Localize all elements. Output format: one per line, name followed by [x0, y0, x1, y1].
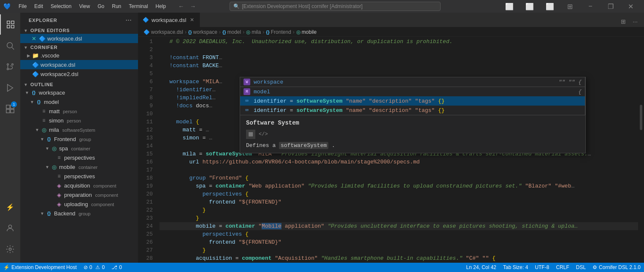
breadcrumb-sep1: › — [185, 29, 187, 35]
menu-help[interactable]: Help — [152, 3, 170, 10]
breadcrumb-model[interactable]: {} model — [222, 29, 241, 35]
autocomplete-popup[interactable]: W workspace "" "" { M model { ⌨ ident — [240, 77, 586, 153]
breadcrumb-mila[interactable]: ◎ mila — [246, 29, 261, 35]
close-button[interactable]: ✕ — [621, 0, 641, 13]
code-line-1: # © 2022 DAEDALUS, Inc. Unauthorized use… — [160, 38, 638, 46]
breadcrumb-workspace[interactable]: {} workspace — [188, 29, 217, 35]
layout4-button[interactable]: ⊞ — [560, 0, 580, 13]
search-activity-icon[interactable] — [0, 35, 20, 56]
status-errors-label: 0 — [89, 264, 92, 270]
outline-preparation[interactable]: ◈ preparation component — [20, 190, 138, 199]
cornifer-section[interactable]: ▼ CORNIFER — [20, 43, 138, 51]
status-eol[interactable]: CRLF — [552, 263, 572, 272]
source-control-activity-icon[interactable] — [0, 57, 20, 77]
menu-selection[interactable]: Selection — [47, 3, 75, 10]
menu-go[interactable]: Go — [94, 3, 108, 10]
ac-item-identifier[interactable]: ⌨ identifier = softwareSystem "name" "de… — [240, 96, 585, 106]
error-icon: ⊘ — [84, 264, 88, 270]
tab-workspace-dsl[interactable]: 🔷 workspace.dsl ✕ — [138, 13, 200, 27]
remote-activity-icon[interactable]: ⚡ — [0, 197, 20, 217]
outline-backend-group[interactable]: ▼ {} Backend group — [20, 209, 138, 218]
nav-back-button[interactable]: ← — [176, 2, 186, 11]
sidebar-item-workspace-dsl[interactable]: 🔷 workspace.dsl — [20, 60, 138, 69]
sidebar-item-vscode[interactable]: ▶ 📁 .vscode — [20, 51, 138, 60]
status-language[interactable]: DSL — [573, 263, 589, 272]
svg-point-14 — [8, 225, 11, 228]
frontend-chevron: ▼ — [39, 137, 46, 141]
sidebar-more-button[interactable]: ··· — [124, 16, 133, 24]
outline-matt[interactable]: ≡ matt person — [20, 106, 138, 116]
status-tab-size[interactable]: Tab Size: 4 — [500, 263, 531, 272]
ac-item-model[interactable]: M model { — [240, 87, 585, 96]
tab-close-button[interactable]: ✕ — [189, 16, 195, 23]
status-errors[interactable]: ⊘ 0 ⚠ 0 — [80, 263, 108, 272]
more-actions-button[interactable]: ··· — [630, 16, 641, 27]
outline-model[interactable]: ▼ {} model — [20, 97, 138, 106]
menu-file[interactable]: File — [15, 3, 30, 10]
svg-point-8 — [7, 64, 9, 65]
outline-mobile-perspectives[interactable]: ≡ perspectives — [20, 171, 138, 181]
menu-edit[interactable]: Edit — [31, 3, 46, 10]
mila-chevron: ▼ — [34, 128, 41, 132]
layout3-button[interactable]: ⬜ — [540, 0, 560, 13]
detail-box-icon: ▦ — [246, 130, 255, 139]
svg-rect-3 — [11, 25, 14, 28]
breadcrumb-model-icon: {} — [222, 30, 226, 35]
scrollbar[interactable] — [638, 37, 644, 263]
outline-simon[interactable]: ≡ simon person — [20, 116, 138, 125]
code-area[interactable]: W workspace "" "" { M model { ⌨ ident — [160, 37, 638, 263]
breadcrumb-workspace-dsl[interactable]: 🔷 workspace.dsl — [143, 29, 183, 35]
outline-uploading[interactable]: ◈ uploading component — [20, 199, 138, 209]
breadcrumb-model-label: model — [227, 29, 241, 35]
ac-workspace-icon: W — [244, 79, 250, 85]
backend-label: Backend group — [54, 210, 138, 217]
cursor-position-label: Ln 24, Col 42 — [466, 264, 496, 270]
nav-forward-button[interactable]: → — [188, 2, 198, 11]
open-editors-section[interactable]: ▼ OPEN EDITORS — [20, 26, 138, 34]
mobile-perspectives-label: perspectives — [64, 173, 138, 180]
ac-item-workspace[interactable]: W workspace "" "" { — [240, 77, 585, 87]
open-editor-workspace-dsl[interactable]: ✕ 🔷 workspace.dsl — [20, 34, 138, 43]
status-cornifer[interactable]: ⚙ Cornifer DSL 2.1.0 — [589, 263, 644, 272]
status-encoding[interactable]: UTF-8 — [531, 263, 552, 272]
settings-activity-icon[interactable] — [0, 239, 20, 259]
restore-button[interactable]: ❐ — [601, 0, 620, 13]
menu-terminal[interactable]: Terminal — [125, 3, 151, 10]
outline-spa-perspectives[interactable]: ≡ perspectives — [20, 153, 138, 162]
code-line-28: acquisition = component "Acquisition" "H… — [160, 254, 638, 262]
code-line-26: frontend "${FRONTEND}" — [160, 238, 638, 246]
outline-workspace[interactable]: ▼ {} workspace — [20, 88, 138, 97]
run-activity-icon[interactable] — [0, 78, 20, 98]
breadcrumb-frontend[interactable]: {} Frontend — [266, 29, 291, 35]
layout1-button[interactable]: ⬜ — [500, 0, 519, 13]
outline-section[interactable]: ▼ OUTLINE — [20, 80, 138, 88]
status-cursor[interactable]: Ln 24, Col 42 — [463, 263, 500, 272]
code-line-19: spa = container "Web application" "Provi… — [160, 182, 638, 190]
uploading-label: uploading component — [64, 201, 138, 207]
minimize-button[interactable]: − — [581, 0, 600, 13]
menu-view[interactable]: View — [76, 3, 93, 10]
account-activity-icon[interactable] — [0, 218, 20, 238]
status-remote[interactable]: ⚡ Extension Development Host — [0, 263, 80, 272]
outline-acquisition[interactable]: ◈ acquisition component — [20, 181, 138, 190]
breadcrumb-mobile[interactable]: ◎ mobile — [296, 29, 317, 35]
scroll-thumb[interactable] — [640, 105, 642, 130]
menu-bar: File Edit Selection View Go Run Terminal… — [15, 3, 169, 10]
nav-buttons: ← → — [176, 2, 198, 11]
ln16: 16 — [138, 158, 153, 166]
outline-mobile-container[interactable]: ▼ ◎ mobile container — [20, 162, 138, 171]
extensions-activity-icon[interactable]: 1 — [0, 99, 20, 119]
split-editor-button[interactable]: ⊞ — [618, 16, 629, 27]
svg-rect-10 — [6, 105, 10, 109]
explorer-activity-icon[interactable] — [0, 14, 20, 35]
outline-mila[interactable]: ▼ ◎ mila softwareSystem — [20, 125, 138, 134]
layout2-button[interactable]: ⬜ — [520, 0, 539, 13]
ac-item-identifier2[interactable]: ⌨ identifier = softwareSystem "name" "de… — [240, 106, 585, 115]
menu-run[interactable]: Run — [108, 3, 124, 10]
outline-frontend-group[interactable]: ▼ {} Frontend group — [20, 134, 138, 144]
svg-marker-9 — [8, 84, 13, 92]
title-search[interactable]: 🔍 [Extension Development Host] cornifer … — [230, 2, 441, 11]
sidebar-item-workspace2-dsl[interactable]: 🔷 workspace2.dsl — [20, 69, 138, 79]
status-branch[interactable]: ⎇ 0 — [108, 263, 125, 272]
outline-spa-container[interactable]: ▼ ◎ spa container — [20, 144, 138, 153]
